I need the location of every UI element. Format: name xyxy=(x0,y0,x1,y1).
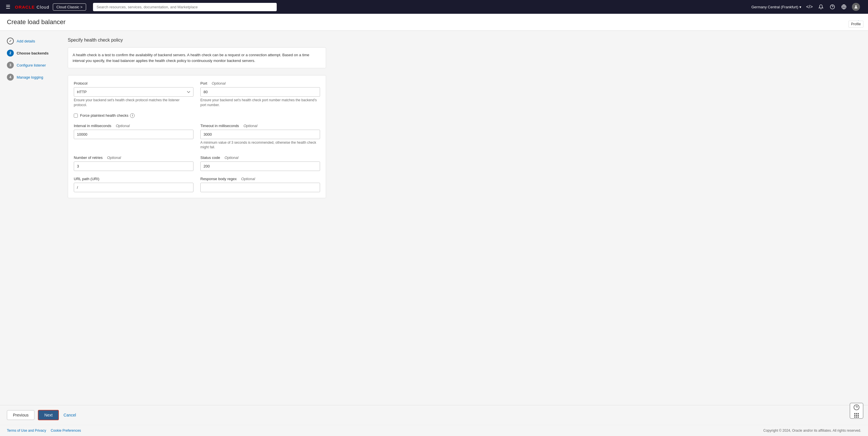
info-box: A health check is a test to confirm the … xyxy=(68,47,326,68)
page-title: Create load balancer xyxy=(7,19,65,26)
cloud-classic-button[interactable]: Cloud Classic > xyxy=(53,3,86,11)
interval-input[interactable] xyxy=(74,130,193,139)
response-body-label: Response body regex Optional xyxy=(200,177,320,181)
region-chevron-icon: ▾ xyxy=(799,5,801,9)
url-path-input[interactable] xyxy=(74,183,193,192)
step-1-item[interactable]: ✓ Add details xyxy=(7,38,59,44)
protocol-group: Protocol HTTP HTTPS TCP Ensure your back… xyxy=(74,81,193,107)
step-2-label: Choose backends xyxy=(17,51,49,55)
force-plaintext-info-icon[interactable]: i xyxy=(130,113,135,118)
form-section: Protocol HTTP HTTPS TCP Ensure your back… xyxy=(68,75,326,198)
top-nav: ☰ ORACLE Cloud Cloud Classic > Germany C… xyxy=(0,0,868,14)
search-container xyxy=(93,3,277,11)
interval-group: Interval in milliseconds Optional xyxy=(74,124,193,150)
response-body-group: Response body regex Optional xyxy=(200,177,320,192)
status-code-group: Status code Optional xyxy=(200,156,320,171)
check-icon: ✓ xyxy=(9,39,12,43)
terms-link[interactable]: Terms of Use and Privacy xyxy=(7,429,46,433)
step-1-label: Add details xyxy=(17,39,35,43)
avatar[interactable] xyxy=(852,3,860,11)
step-3-item[interactable]: 3 Configure listener xyxy=(7,62,59,69)
copyright-text: Copyright © 2024, Oracle and/or its affi… xyxy=(763,429,861,433)
port-label: Port Optional xyxy=(200,81,320,86)
help-widget-dots xyxy=(854,413,859,417)
cancel-button[interactable]: Cancel xyxy=(62,410,77,420)
protocol-hint: Ensure your backend set's health check p… xyxy=(74,98,193,107)
cookies-link[interactable]: Cookie Preferences xyxy=(51,429,81,433)
dot-8 xyxy=(856,416,857,417)
status-code-input[interactable] xyxy=(200,162,320,171)
action-bar: Previous Next Cancel xyxy=(0,405,868,425)
form-area: Specify health check policy A health che… xyxy=(68,38,326,398)
retries-group: Number of retries Optional xyxy=(74,156,193,171)
retries-status-row: Number of retries Optional Status code O… xyxy=(74,156,320,171)
help-circle-icon[interactable] xyxy=(829,3,836,10)
port-input[interactable] xyxy=(200,87,320,97)
bell-icon[interactable] xyxy=(817,3,825,10)
protocol-select-wrapper: HTTP HTTPS TCP xyxy=(74,87,193,97)
step-4-label: Manage logging xyxy=(17,75,43,79)
help-widget[interactable] xyxy=(849,403,863,419)
region-selector[interactable]: Germany Central (Frankfurt) ▾ xyxy=(751,5,801,9)
retries-input[interactable] xyxy=(74,162,193,171)
port-hint: Ensure your backend set's health check p… xyxy=(200,98,320,107)
next-button[interactable]: Next xyxy=(38,410,59,420)
url-path-label: URL path (URI) xyxy=(74,177,193,181)
protocol-label: Protocol xyxy=(74,81,193,86)
step-4-item[interactable]: 4 Manage logging xyxy=(7,74,59,80)
protocol-select[interactable]: HTTP HTTPS TCP xyxy=(74,87,193,97)
step-2-circle: 2 xyxy=(7,49,14,57)
interval-label: Interval in milliseconds Optional xyxy=(74,124,193,128)
section-title: Specify health check policy xyxy=(68,38,326,43)
region-label: Germany Central (Frankfurt) xyxy=(751,5,798,9)
timeout-hint: A minimum value of 3 seconds is recommen… xyxy=(200,140,320,150)
timeout-input[interactable] xyxy=(200,130,320,139)
dot-9 xyxy=(858,416,859,417)
force-plaintext-checkbox[interactable] xyxy=(74,113,78,118)
dot-5 xyxy=(856,415,857,416)
timeout-group: Timeout in milliseconds Optional A minim… xyxy=(200,124,320,150)
globe-icon[interactable] xyxy=(840,3,847,10)
port-group: Port Optional Ensure your backend set's … xyxy=(200,81,320,107)
response-body-input[interactable] xyxy=(200,183,320,192)
step-3-label: Configure listener xyxy=(17,63,46,67)
code-icon[interactable]: </> xyxy=(806,3,813,10)
cloud-text: Cloud xyxy=(36,5,49,9)
url-path-group: URL path (URI) xyxy=(74,177,193,192)
interval-timeout-row: Interval in milliseconds Optional Timeou… xyxy=(74,124,320,150)
step-1-circle: ✓ xyxy=(7,38,14,44)
profile-tooltip: Profile xyxy=(848,21,863,28)
help-widget-icon xyxy=(854,404,860,412)
status-code-label: Status code Optional xyxy=(200,156,320,160)
dot-2 xyxy=(856,413,857,414)
dot-7 xyxy=(854,416,856,417)
main-content: ✓ Add details 2 Choose backends 3 Config… xyxy=(0,31,868,405)
svg-point-4 xyxy=(855,5,857,7)
retries-label: Number of retries Optional xyxy=(74,156,193,160)
step-3-circle: 3 xyxy=(7,62,14,69)
url-response-row: URL path (URI) Response body regex Optio… xyxy=(74,177,320,192)
dot-3 xyxy=(858,413,859,414)
step-4-circle: 4 xyxy=(7,74,14,80)
step-2-item: 2 Choose backends xyxy=(7,49,59,57)
sidebar-steps: ✓ Add details 2 Choose backends 3 Config… xyxy=(7,38,59,398)
footer-links: Terms of Use and Privacy Cookie Preferen… xyxy=(7,429,81,433)
timeout-label: Timeout in milliseconds Optional xyxy=(200,124,320,128)
dot-1 xyxy=(854,413,856,414)
oracle-logo: ORACLE Cloud xyxy=(15,5,50,9)
dot-4 xyxy=(854,415,856,416)
force-plaintext-row: Force plaintext health checks i xyxy=(74,113,320,118)
nav-right: Germany Central (Frankfurt) ▾ </> xyxy=(751,3,860,11)
oracle-text: ORACLE xyxy=(15,5,35,9)
hamburger-icon[interactable]: ☰ xyxy=(5,3,11,11)
step-4-number: 4 xyxy=(9,75,11,79)
page-header: Create load balancer Help xyxy=(0,14,868,31)
step-3-number: 3 xyxy=(9,63,11,67)
dot-6 xyxy=(858,415,859,416)
previous-button[interactable]: Previous xyxy=(7,410,34,420)
force-plaintext-label[interactable]: Force plaintext health checks i xyxy=(80,113,135,118)
step-2-number: 2 xyxy=(9,51,11,55)
search-input[interactable] xyxy=(93,3,277,11)
protocol-port-row: Protocol HTTP HTTPS TCP Ensure your back… xyxy=(74,81,320,107)
footer: Terms of Use and Privacy Cookie Preferen… xyxy=(0,425,868,436)
